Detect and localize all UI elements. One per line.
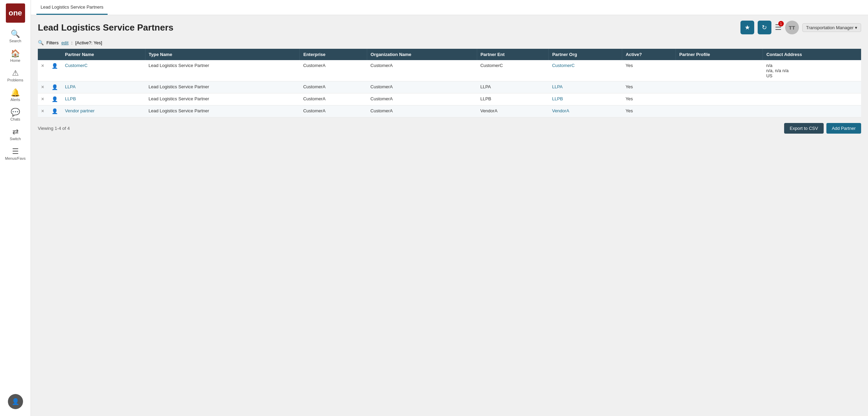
sidebar-item-label: Search: [9, 39, 21, 43]
partner-name-cell: Vendor partner: [62, 105, 145, 117]
remove-button[interactable]: ×: [41, 84, 44, 90]
remove-button[interactable]: ×: [41, 63, 44, 68]
partner-profile-cell: [675, 81, 762, 93]
partner-profile-cell: [675, 60, 762, 81]
partner-org-link[interactable]: LLPA: [552, 84, 563, 89]
sidebar-item-label: Home: [10, 58, 20, 63]
remove-cell: ×: [38, 60, 48, 81]
sidebar-item-alerts[interactable]: 🔔 Alerts: [0, 86, 31, 105]
table-header-row: Partner Name Type Name Enterprise Organi…: [38, 49, 861, 60]
sidebar-item-switch[interactable]: ⇄ Switch: [0, 125, 31, 144]
partner-org-link[interactable]: LLPB: [552, 96, 563, 101]
partner-org-cell: CustomerC: [549, 60, 622, 81]
filter-label: Filters: [46, 40, 58, 45]
sidebar-item-label: Switch: [10, 137, 21, 141]
person-icon[interactable]: 👤: [52, 84, 58, 90]
person-icon[interactable]: 👤: [52, 63, 58, 69]
person-icon[interactable]: 👤: [52, 108, 58, 114]
chat-icon: 💬: [11, 109, 20, 116]
person-icon[interactable]: 👤: [52, 96, 58, 102]
user-avatar[interactable]: 👤: [8, 394, 23, 409]
contact-address-cell: [763, 93, 861, 105]
org-name-cell: CustomerA: [367, 81, 477, 93]
filter-icon: 🔍: [38, 40, 44, 45]
partner-profile-cell: [675, 105, 762, 117]
col-partner-ent: Partner Ent: [477, 49, 549, 60]
content-area: Lead Logistics Service Partners ★ ↻ ☰ 1 …: [31, 15, 868, 416]
partner-name-link[interactable]: LLPA: [65, 84, 76, 89]
filter-bar: 🔍 Filters edit : [Active?: Yes]: [38, 40, 861, 45]
sidebar-item-problems[interactable]: ⚠ Problems: [0, 66, 31, 86]
table-body: ×👤CustomerCLead Logistics Service Partne…: [38, 60, 861, 117]
role-label: Transportation Manager: [806, 25, 854, 30]
search-icon: 🔍: [11, 30, 20, 38]
enterprise-cell: CustomerA: [300, 60, 367, 81]
partner-org-cell: LLPA: [549, 81, 622, 93]
org-name-cell: CustomerA: [367, 93, 477, 105]
role-dropdown[interactable]: Transportation Manager ▾: [802, 23, 861, 32]
col-contact-address: Contact Address: [763, 49, 861, 60]
sidebar-item-label: Chats: [10, 117, 20, 121]
remove-cell: ×: [38, 105, 48, 117]
active-tab[interactable]: Lead Logistics Service Partners: [36, 0, 108, 15]
filter-edit-link[interactable]: edit: [61, 40, 68, 45]
contact-address-cell: n/a n/a, n/a n/a US: [763, 60, 861, 81]
col-person: [48, 49, 62, 60]
remove-cell: ×: [38, 93, 48, 105]
remove-button[interactable]: ×: [41, 108, 44, 114]
footer-buttons: Export to CSV Add Partner: [784, 123, 861, 134]
filter-colon: :: [71, 40, 73, 45]
sidebar-item-label: Menus/Favs: [5, 156, 26, 160]
sidebar-item-label: Problems: [7, 78, 23, 82]
person-cell: 👤: [48, 60, 62, 81]
user-avatar-button[interactable]: TT: [785, 21, 799, 34]
partner-org-link[interactable]: VendorA: [552, 108, 569, 113]
partner-org-cell: VendorA: [549, 105, 622, 117]
type-name-cell: Lead Logistics Service Partner: [145, 60, 300, 81]
remove-cell: ×: [38, 81, 48, 93]
sidebar-item-chats[interactable]: 💬 Chats: [0, 105, 31, 125]
remove-button[interactable]: ×: [41, 96, 44, 102]
switch-icon: ⇄: [12, 128, 19, 136]
refresh-button[interactable]: ↻: [758, 21, 771, 34]
active-cell: Yes: [622, 105, 676, 117]
enterprise-cell: CustomerA: [300, 105, 367, 117]
header-row: Lead Logistics Service Partners ★ ↻ ☰ 1 …: [38, 21, 861, 34]
col-active: Active?: [622, 49, 676, 60]
header-actions: ★ ↻ ☰ 1 TT Transportation Manager ▾: [740, 21, 861, 34]
sidebar-item-label: Alerts: [10, 98, 20, 102]
partner-name-link[interactable]: LLPB: [65, 96, 76, 101]
sidebar-item-home[interactable]: 🏠 Home: [0, 46, 31, 66]
partner-name-link[interactable]: CustomerC: [65, 63, 88, 68]
favorite-button[interactable]: ★: [740, 21, 754, 34]
partner-org-link[interactable]: CustomerC: [552, 63, 575, 68]
warning-icon: ⚠: [12, 69, 19, 77]
footer: Viewing 1-4 of 4 Export to CSV Add Partn…: [38, 123, 861, 134]
home-icon: 🏠: [11, 50, 20, 57]
col-type-name: Type Name: [145, 49, 300, 60]
type-name-cell: Lead Logistics Service Partner: [145, 81, 300, 93]
contact-address-cell: [763, 81, 861, 93]
add-partner-button[interactable]: Add Partner: [826, 123, 861, 134]
sidebar-item-search[interactable]: 🔍 Search: [0, 27, 31, 46]
main-content: Lead Logistics Service Partners Lead Log…: [31, 0, 868, 416]
bell-icon: 🔔: [11, 89, 20, 97]
sidebar-bottom: 👤: [0, 391, 31, 413]
contact-address-cell: [763, 105, 861, 117]
app-logo[interactable]: one: [6, 3, 25, 23]
active-cell: Yes: [622, 81, 676, 93]
col-org-name: Organization Name: [367, 49, 477, 60]
table-container: Partner Name Type Name Enterprise Organi…: [38, 49, 861, 117]
export-csv-button[interactable]: Export to CSV: [784, 123, 823, 134]
col-partner-org: Partner Org: [549, 49, 622, 60]
notification-button[interactable]: ☰ 1: [775, 23, 782, 32]
partner-name-cell: LLPA: [62, 81, 145, 93]
table-row: ×👤LLPBLead Logistics Service PartnerCust…: [38, 93, 861, 105]
partner-name-link[interactable]: Vendor partner: [65, 108, 95, 113]
col-partner-profile: Partner Profile: [675, 49, 762, 60]
org-name-cell: CustomerA: [367, 60, 477, 81]
sidebar-item-menus[interactable]: ☰ Menus/Favs: [0, 144, 31, 164]
person-cell: 👤: [48, 105, 62, 117]
viewing-text: Viewing 1-4 of 4: [38, 126, 70, 131]
enterprise-cell: CustomerA: [300, 81, 367, 93]
